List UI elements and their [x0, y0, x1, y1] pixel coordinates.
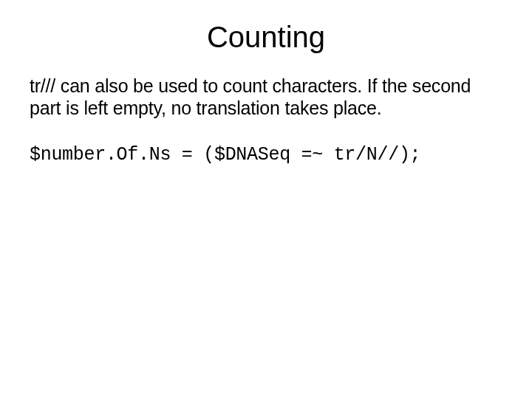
- slide-title: Counting: [30, 21, 502, 54]
- slide-body: tr/// can also be used to count characte…: [30, 75, 502, 119]
- code-example: $number.Of.Ns = ($DNASeq =~ tr/N//);: [30, 144, 502, 166]
- slide: Counting tr/// can also be used to count…: [0, 0, 532, 399]
